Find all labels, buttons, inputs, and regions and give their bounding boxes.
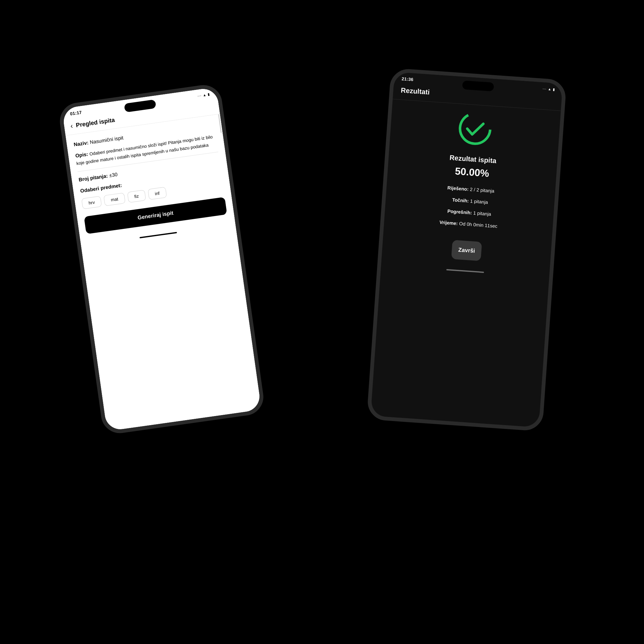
signal-dots-2-icon: ···· xyxy=(542,87,547,91)
wifi-2-icon: ▲ xyxy=(548,87,552,91)
back-button[interactable]: ‹ xyxy=(70,122,74,130)
finish-button[interactable]: Završi xyxy=(451,240,482,261)
result-title: Rezultat ispita xyxy=(449,154,497,165)
odaberi-label: Odaberi predmet: xyxy=(80,182,122,193)
naziv-value: Nasumični ispit xyxy=(89,135,124,145)
phone-1: 01:17 ···· ▲ ▮ ‹ Pregled ispita Naziv: xyxy=(58,83,266,436)
pogresnih-label: Pogrešnih: xyxy=(447,208,472,215)
phone-1-screen: 01:17 ···· ▲ ▮ ‹ Pregled ispita Naziv: xyxy=(62,87,261,431)
signal-dots-icon: ···· xyxy=(197,93,202,98)
svg-point-0 xyxy=(459,113,491,145)
stat-rijeseno: Riješeno: 2 / 2 pitanja xyxy=(447,183,495,195)
phone-2-screen: 21:36 ···· ▲ ▮ Rezultati Rezulta xyxy=(370,72,563,428)
tag-hrv[interactable]: hrv xyxy=(81,196,102,209)
vrijeme-label: Vrijeme: xyxy=(439,219,458,226)
pogresnih-value: 1 pitanja xyxy=(473,210,491,217)
check-circle-icon xyxy=(457,110,493,147)
tocnih-label: Točnih: xyxy=(452,197,469,203)
battery-2-icon: ▮ xyxy=(553,87,555,91)
scrollbar-indicator xyxy=(218,114,222,133)
results-title: Rezultati xyxy=(401,86,430,96)
wifi-icon: ▲ xyxy=(203,93,206,97)
stat-vrijeme: Vrijeme: Od 0h 0min 11sec xyxy=(439,218,498,230)
time-2: 21:36 xyxy=(402,76,414,82)
status-icons-1: ···· ▲ ▮ xyxy=(197,92,210,98)
naziv-label: Naziv: xyxy=(73,140,89,147)
tocnih-value: 1 pitanja xyxy=(470,198,488,205)
tag-inf[interactable]: inf xyxy=(147,187,167,200)
phone-2: 21:36 ···· ▲ ▮ Rezultati Rezulta xyxy=(367,68,567,431)
broj-value: ±30 xyxy=(109,172,118,178)
rijeseno-value: 2 / 2 pitanja xyxy=(470,186,495,193)
home-bar-2 xyxy=(446,269,484,273)
content-area-1: Naziv: Nasumični ispit Opis: Odaberi pre… xyxy=(65,114,235,241)
opis-label: Opis: xyxy=(75,151,88,158)
vrijeme-value: Od 0h 0min 11sec xyxy=(459,221,498,229)
tag-fiz[interactable]: fiz xyxy=(127,190,146,203)
time-1: 01:17 xyxy=(70,110,82,116)
battery-icon: ▮ xyxy=(208,92,210,97)
stat-tocnih: Točnih: 1 pitanja xyxy=(452,195,488,206)
rijeseno-label: Riješeno: xyxy=(447,185,469,192)
tag-mat[interactable]: mat xyxy=(104,193,125,206)
broj-label: Broj pitanja: xyxy=(78,173,108,182)
status-icons-2: ···· ▲ ▮ xyxy=(542,86,555,92)
nav-title-1: Pregled ispita xyxy=(75,117,115,129)
results-body: Rezultat ispita 50.00% Riješeno: 2 / 2 p… xyxy=(381,99,561,272)
stat-pogresnih: Pogrešnih: 1 pitanja xyxy=(447,207,491,218)
home-bar-1 xyxy=(140,232,177,238)
result-percent: 50.00% xyxy=(455,165,490,179)
